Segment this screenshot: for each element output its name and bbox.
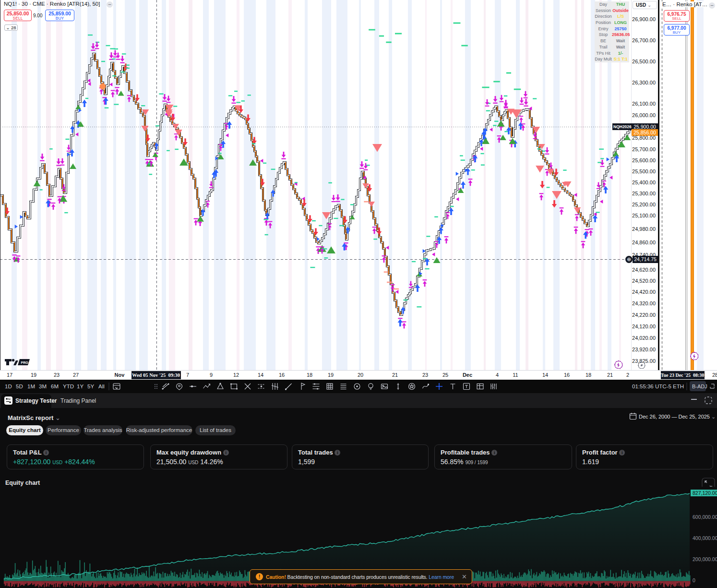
svg-text:5D: 5D (16, 384, 23, 389)
svg-text:3M: 3M (39, 384, 47, 389)
svg-text:1Y: 1Y (77, 384, 84, 389)
svg-text:5Y: 5Y (87, 384, 94, 389)
svg-text:1D: 1D (5, 384, 12, 389)
svg-text:200,000.00: 200,000.00 (693, 556, 717, 562)
svg-text:ETH: ETH (673, 384, 684, 389)
svg-text:1M: 1M (27, 384, 35, 389)
svg-text:01:55:36 UTC-5: 01:55:36 UTC-5 (632, 384, 671, 389)
svg-text:0: 0 (693, 577, 695, 583)
svg-text:All: All (98, 384, 105, 389)
svg-text:YTD: YTD (63, 384, 74, 389)
svg-text:600,000.00: 600,000.00 (693, 514, 717, 520)
svg-text:6M: 6M (51, 384, 59, 389)
svg-text:827,120.00: 827,120.00 (693, 490, 717, 496)
svg-text:400,000.00: 400,000.00 (693, 535, 717, 541)
svg-text:B-ADJ: B-ADJ (692, 384, 707, 389)
